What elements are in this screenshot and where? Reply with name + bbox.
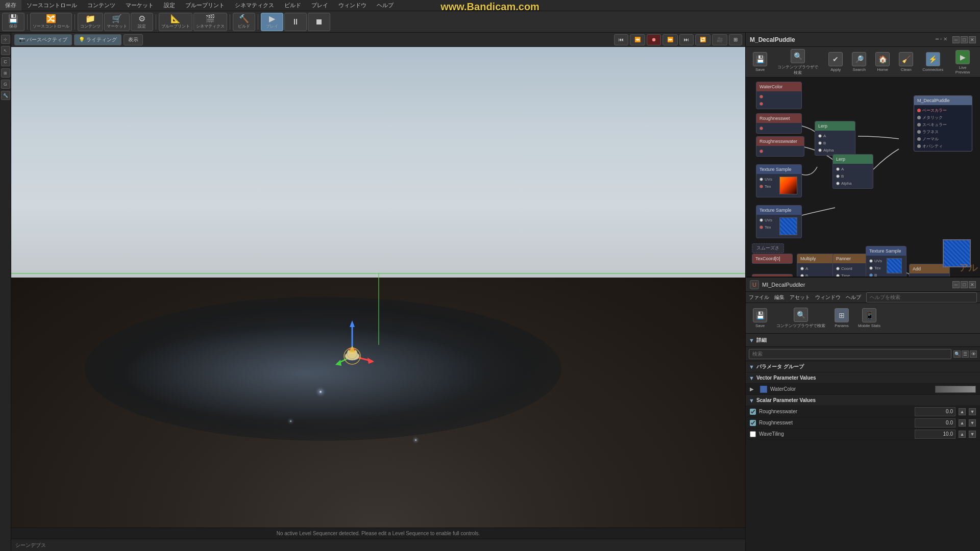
roughnesswater-up[interactable]: ▲ [959,408,966,415]
mi-save-btn[interactable]: 💾 Save [750,306,770,330]
source-control-btn[interactable]: 🔀 ソースコントロール [30,13,72,31]
params-scrollable-area[interactable]: ▼ パラメータ グループ ▼ Vector Parameter Values ▶… [746,361,980,551]
sidebar-g-btn[interactable]: G [1,80,10,89]
pause-btn[interactable]: ⏸ [284,13,307,31]
vp-prev-btn[interactable]: ⏪ [630,34,645,45]
perspective-btn[interactable]: 📷 パースペクティブ [14,34,72,45]
sidebar-select-btn[interactable]: ↖ [1,46,10,55]
lerp2-node[interactable]: Lerp A B Alpha [832,154,873,189]
menu-help[interactable]: ヘルプ [372,0,399,11]
roughnesswwater-node[interactable]: Roughnesswwater [756,136,804,157]
vp-loop-btn[interactable]: 🔁 [695,34,710,45]
vp-record-btn[interactable]: ⏺ [647,34,661,45]
sidebar-transform-btn[interactable]: ⊹ [1,35,10,44]
roughnesswater-check[interactable] [750,409,756,415]
save-btn[interactable]: 💾 保存 [2,13,24,31]
mi-menu-help[interactable]: ヘルプ [846,294,861,301]
watercolor-node[interactable]: WaterColor [756,82,802,109]
maximize-btn[interactable]: □ [961,36,968,43]
sidebar-tool-btn[interactable]: 🔧 [1,91,10,100]
watercolor-swatch[interactable] [935,386,976,393]
sidebar-snap-btn[interactable]: ⊞ [1,68,10,78]
menu-cinematics[interactable]: シネマティクス [230,0,279,11]
build-btn[interactable]: 🔨 ビルド [233,13,255,31]
mi-browse-btn[interactable]: 🔍 コンテンツブラウザで検索 [773,306,828,331]
market-btn[interactable]: 🛒 マーケット [104,13,130,31]
mi-mobile-btn[interactable]: 📱 Mobile Stats [855,306,884,330]
lerp1-node[interactable]: Lerp A B Alpha [815,121,855,156]
mi-menu-asset[interactable]: アセット [790,294,810,301]
settings-btn[interactable]: ⚙ 設定 [131,13,153,31]
vp-play-btn[interactable]: ⏮ [614,34,628,45]
scalar-params-header[interactable]: ▼ Scalar Parameter Values [746,395,980,406]
mat-browse-btn[interactable]: 🔍 コンテンツブラウザで検索 [773,47,822,78]
stop-btn[interactable]: ⏹ [308,13,330,31]
transform-gizmo[interactable] [334,318,375,369]
vp-grid-btn[interactable]: ⊞ [729,34,742,45]
minimize-btn[interactable]: ─ [952,36,960,43]
mi-minimize-btn[interactable]: ─ [952,281,960,288]
mat-apply-btn[interactable]: ✔ Apply [825,50,846,74]
mi-params-btn[interactable]: ⊞ Params [831,306,852,330]
mat-live-preview-btn[interactable]: ▶ Live Preview [949,48,976,77]
texture-sample2-node[interactable]: Texture Sample UVs Tex [756,205,802,238]
blueprint-btn[interactable]: 📐 ブループリント [159,13,192,31]
menu-blueprint[interactable]: ブループリント [180,0,230,11]
sidebar-c-btn[interactable]: C [1,57,10,66]
params-search-input[interactable] [749,349,951,359]
menu-market[interactable]: マーケット [120,0,159,11]
mi-close-btn[interactable]: ✕ [969,281,976,288]
wavetiling-down[interactable]: ▼ [969,431,976,438]
menu-source-control[interactable]: ソースコントロール [21,0,82,11]
content-btn[interactable]: 📁 コンテンツ [78,13,103,31]
menu-content[interactable]: コンテンツ [82,0,120,11]
vp-end-btn[interactable]: ⏭ [679,34,694,45]
roughnesswet-up[interactable]: ▲ [959,419,966,427]
wavetiling-value[interactable] [915,430,955,439]
roughnesswater-value[interactable] [915,407,955,416]
menu-window[interactable]: ウィンドウ [333,0,372,11]
wavetiling-up[interactable]: ▲ [959,431,966,438]
mi-maximize-btn[interactable]: □ [961,281,968,288]
mi-menu-edit[interactable]: 編集 [774,294,785,301]
wavetiling-check[interactable] [750,431,756,437]
close-btn[interactable]: ✕ [969,36,976,43]
roughnesswater-down[interactable]: ▼ [969,408,976,415]
mi-help-search[interactable] [866,292,977,303]
search-btn[interactable]: 🔍 [953,350,961,358]
menu-play[interactable]: プレイ [306,0,333,11]
roughnesswet-value[interactable] [915,418,955,428]
3d-viewport[interactable] [11,47,745,528]
vp-cam-btn[interactable]: 🎥 [712,34,727,45]
mi-menu-file[interactable]: ファイル [749,294,769,301]
watercolor-expand-icon[interactable]: ▶ [750,386,757,392]
mi-menu-window[interactable]: ウィンドウ [815,294,841,301]
show-btn[interactable]: 表示 [124,34,143,45]
vp-next-btn[interactable]: ⏩ [663,34,678,45]
vector-params-header[interactable]: ▼ Vector Parameter Values [746,372,980,384]
mat-connectors-btn[interactable]: ⚡ Connectors [919,50,946,74]
play-btn[interactable]: ▶ プレイ [261,13,283,31]
param-group-header[interactable]: ▼ パラメータ グループ [746,361,980,372]
mat-home-btn[interactable]: 🏠 Home [872,50,893,74]
mat-clean-btn[interactable]: 🧹 Clean [896,50,916,74]
wavetiling-node[interactable]: WaveTiling [752,274,793,277]
texcoord1-node[interactable]: TexCoord[0] [752,254,793,264]
material-node-canvas[interactable]: M_DecalPuddle ベースカラー メタリック スペキュラー ラフネス ノ… [746,78,980,277]
list-view-btn[interactable]: ☰ [962,350,969,358]
roughnesswet-node[interactable]: Roughnesswet [756,113,802,134]
texture-sample1-node[interactable]: Texture Sample UVs Tex [756,164,802,197]
roughnesswet-check[interactable] [750,420,756,426]
menu-build[interactable]: ビルド [279,0,306,11]
texsample-bl1-node[interactable]: Texture Sample UVs Tex B Alpha [866,246,906,277]
mat-search-btn[interactable]: 🔎 Search [849,50,869,74]
eye-btn[interactable]: 👁 [970,350,977,358]
multiply1-node[interactable]: Multiply A B [797,254,838,277]
detail-expand-icon[interactable]: ▼ [749,337,754,343]
cinematics-btn[interactable]: 🎬 シネマティクス [193,13,227,31]
menu-settings[interactable]: 設定 [159,0,180,11]
menu-save[interactable]: 保存 [0,0,21,11]
roughnesswet-down[interactable]: ▼ [969,419,976,427]
lighting-btn[interactable]: 💡 ライティング [74,34,121,45]
mat-save-btn[interactable]: 💾 Save [750,50,770,74]
